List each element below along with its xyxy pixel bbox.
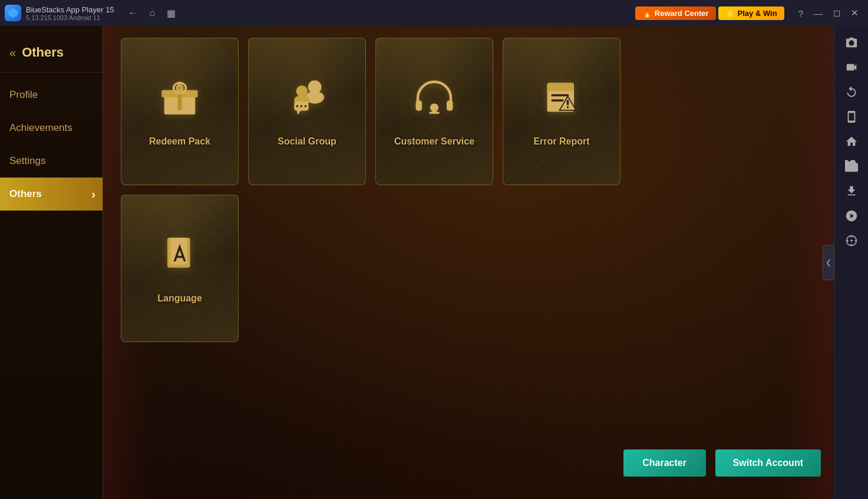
svg-marker-0 <box>8 8 18 18</box>
switch-account-label: Switch Account <box>733 458 803 468</box>
right-sidebar: ❮ <box>834 26 868 499</box>
report-icon <box>541 77 582 127</box>
reward-fire-icon: 🔥 <box>642 9 652 18</box>
social-group-label: Social Group <box>278 136 336 147</box>
switch-account-button[interactable]: Switch Account <box>715 449 821 477</box>
minimize-button[interactable]: — <box>809 5 827 21</box>
macro-button[interactable] <box>839 204 864 228</box>
import-button[interactable] <box>839 179 864 203</box>
sidebar-item-settings[interactable]: Settings <box>0 145 103 178</box>
play-win-star-icon: ⭐ <box>725 9 735 18</box>
reward-center-button[interactable]: 🔥 Reward Center <box>635 6 716 20</box>
redeem-pack-card[interactable]: Redeem Pack <box>121 38 239 185</box>
bottom-bar: Character Switch Account <box>623 440 821 481</box>
settings-sidebar-button[interactable] <box>839 229 864 252</box>
svg-point-8 <box>296 85 308 96</box>
redeem-pack-label: Redeem Pack <box>149 136 210 147</box>
svg-rect-21 <box>547 83 575 91</box>
character-label: Character <box>642 458 687 468</box>
customer-service-label: Customer Service <box>394 136 474 147</box>
svg-point-11 <box>296 105 299 107</box>
back-button[interactable]: ← <box>124 5 143 21</box>
sidebar-item-others-label: Others <box>9 188 42 199</box>
svg-point-13 <box>305 105 307 107</box>
app-version: 5.13.215.1003 Android 11 <box>26 14 114 21</box>
help-button[interactable]: ? <box>794 5 808 21</box>
titlebar-nav: ← ⌂ ▦ <box>124 5 181 21</box>
nav-header: « Others <box>0 38 103 73</box>
error-report-label: Error Report <box>533 136 589 147</box>
nav-back-icon: « <box>9 46 16 60</box>
play-win-label: Play & Win <box>738 9 777 18</box>
social-group-card[interactable]: Social Group <box>248 38 366 185</box>
language-label: Language <box>157 293 202 304</box>
restore-button[interactable]: ◻ <box>829 5 845 21</box>
sidebar-item-achievements-label: Achievements <box>9 122 72 133</box>
close-button[interactable]: ✕ <box>846 5 863 21</box>
sidebar-item-achievements[interactable]: Achievements <box>0 111 103 145</box>
shake-button[interactable] <box>839 105 864 129</box>
sidebar-item-profile[interactable]: Profile <box>0 78 103 111</box>
left-nav: « Others Profile Achievements Settings O… <box>0 26 103 499</box>
sidebar-item-profile-label: Profile <box>9 89 38 100</box>
svg-rect-19 <box>429 111 440 114</box>
reward-center-label: Reward Center <box>655 9 709 18</box>
tabs-button[interactable]: ▦ <box>162 5 180 21</box>
svg-rect-23 <box>552 99 564 101</box>
headset-icon <box>414 77 455 127</box>
character-button[interactable]: Character <box>623 449 706 477</box>
svg-point-26 <box>567 106 569 108</box>
svg-rect-25 <box>567 100 569 105</box>
main-area: « Others Profile Achievements Settings O… <box>0 26 868 499</box>
sidebar-item-others[interactable]: Others <box>0 178 103 211</box>
nav-title: Others <box>22 45 64 60</box>
gift-icon <box>159 77 200 127</box>
svg-rect-30 <box>176 255 184 258</box>
social-icon <box>286 77 328 127</box>
window-controls: ? — ◻ ✕ <box>794 5 863 21</box>
titlebar-actions: 🔥 Reward Center ⭐ Play & Win <box>635 6 784 20</box>
apk-button[interactable] <box>839 155 864 178</box>
title-bar: BlueStacks App Player 15 5.13.215.1003 A… <box>0 0 868 26</box>
home-sidebar-button[interactable] <box>839 130 864 153</box>
language-card[interactable]: Language <box>121 195 239 342</box>
customer-service-card[interactable]: Customer Service <box>375 38 493 185</box>
rotate-button[interactable] <box>839 80 864 104</box>
cards-grid: Redeem Pack <box>121 38 850 487</box>
svg-marker-14 <box>297 110 301 114</box>
sidebar-expand-button[interactable]: ❮ <box>823 245 834 280</box>
cards-row-1: Redeem Pack <box>121 38 850 185</box>
svg-rect-16 <box>447 100 453 111</box>
svg-rect-22 <box>552 94 569 96</box>
language-icon <box>159 234 200 284</box>
video-button[interactable] <box>839 55 864 79</box>
error-report-card[interactable]: Error Report <box>503 38 621 185</box>
content-area: Redeem Pack <box>103 26 868 499</box>
home-nav-button[interactable]: ⌂ <box>145 5 160 21</box>
bluestacks-logo <box>5 5 21 21</box>
svg-rect-15 <box>416 100 423 111</box>
screenshot-button[interactable] <box>839 31 864 54</box>
play-win-button[interactable]: ⭐ Play & Win <box>718 6 784 20</box>
svg-point-12 <box>301 105 303 107</box>
app-name: BlueStacks App Player 15 <box>26 5 114 14</box>
sidebar-item-settings-label: Settings <box>9 155 45 166</box>
cards-row-2: Language <box>121 195 850 342</box>
